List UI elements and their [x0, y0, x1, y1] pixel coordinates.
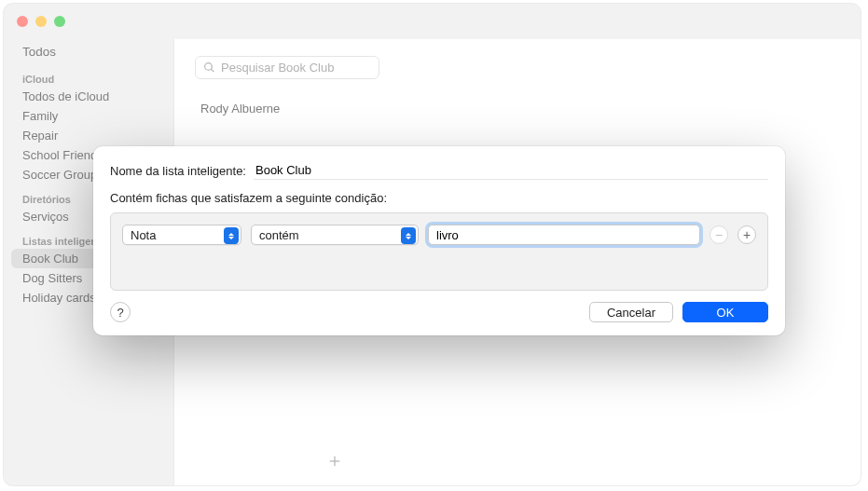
- sidebar-item-icloud-all[interactable]: Todos de iCloud: [4, 87, 173, 106]
- ok-button[interactable]: OK: [682, 302, 768, 322]
- sidebar-item-family[interactable]: Family: [4, 106, 173, 126]
- search-field[interactable]: Pesquisar Book Club: [195, 56, 379, 79]
- add-contact-button[interactable]: [316, 448, 353, 474]
- rule-operator-popup[interactable]: contém: [251, 225, 419, 245]
- popup-arrows-icon: [224, 227, 239, 244]
- contact-row[interactable]: Rody Albuerne: [200, 102, 840, 116]
- search-icon: [203, 61, 215, 74]
- minimize-window-button[interactable]: [35, 16, 47, 27]
- plus-icon: [326, 453, 343, 470]
- rule-field-value: Nota: [131, 228, 156, 242]
- rule-operator-value: contém: [259, 228, 299, 242]
- sidebar-section-icloud: iCloud: [4, 64, 173, 87]
- titlebar: [4, 4, 861, 39]
- traffic-lights: [17, 16, 65, 27]
- close-window-button[interactable]: [17, 16, 28, 27]
- smart-list-name-input[interactable]: [254, 161, 768, 180]
- name-label: Nome da lista inteligente:: [110, 164, 246, 178]
- remove-rule-button[interactable]: −: [710, 225, 728, 244]
- rule-field-popup[interactable]: Nota: [122, 225, 241, 245]
- rule-value-input[interactable]: [428, 225, 700, 245]
- cancel-button[interactable]: Cancelar: [589, 302, 673, 322]
- help-button[interactable]: ?: [110, 302, 131, 322]
- add-rule-button[interactable]: +: [737, 225, 756, 244]
- conditions-subtitle: Contém fichas que satisfazem a seguinte …: [110, 191, 768, 205]
- sidebar-item-all[interactable]: Todos: [4, 43, 173, 64]
- modal-footer: ? Cancelar OK: [110, 302, 768, 322]
- search-placeholder: Pesquisar Book Club: [221, 61, 334, 75]
- rules-container: Nota contém − +: [110, 212, 768, 291]
- contacts-window: Todos iCloud Todos de iCloud Family Repa…: [4, 4, 861, 485]
- popup-arrows-icon: [401, 227, 416, 244]
- rule-row: Nota contém − +: [122, 225, 756, 245]
- sidebar-item-repair[interactable]: Repair: [4, 126, 173, 145]
- smart-list-edit-sheet: Nome da lista inteligente: Contém fichas…: [93, 146, 785, 335]
- zoom-window-button[interactable]: [54, 16, 65, 27]
